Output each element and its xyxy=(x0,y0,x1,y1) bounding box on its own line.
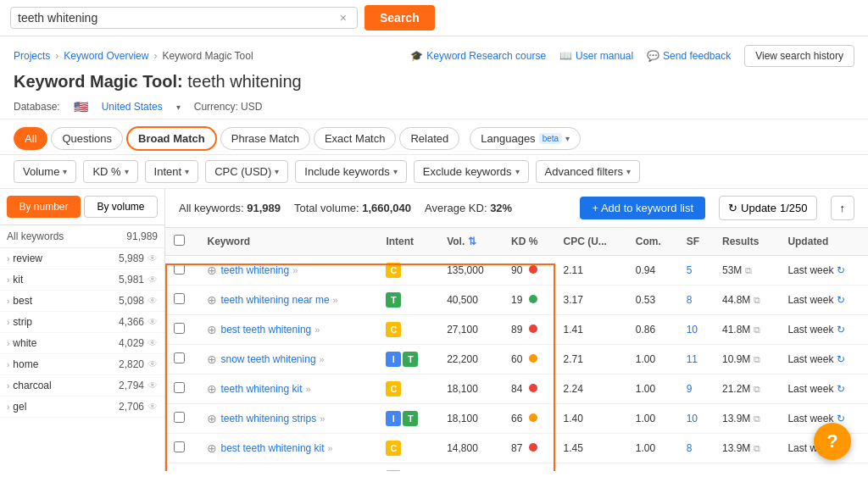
keyword-chevron-icon: » xyxy=(314,324,320,335)
export-button[interactable]: ↑ xyxy=(831,196,855,220)
col-header-9[interactable]: Updated xyxy=(779,228,868,256)
breadcrumb-keyword-overview[interactable]: Keyword Overview xyxy=(64,50,148,62)
col-header-3[interactable]: Vol. ⇅ xyxy=(438,228,503,256)
tab-phrase-match[interactable]: Phrase Match xyxy=(220,127,310,150)
col-header-8[interactable]: Results xyxy=(714,228,779,256)
add-circle-icon[interactable]: ⊕ xyxy=(207,263,217,277)
sidebar-item[interactable]: › review 5,989 👁 xyxy=(0,248,164,269)
add-circle-icon[interactable]: ⊕ xyxy=(207,323,217,336)
advanced-filters[interactable]: Advanced filters ▾ xyxy=(536,160,641,183)
add-circle-icon[interactable]: ⊕ xyxy=(207,441,217,455)
keyword-link[interactable]: ⊕ teeth whitening » xyxy=(207,263,369,277)
volume-filter[interactable]: Volume ▾ xyxy=(14,160,76,183)
col-header-2[interactable]: Intent xyxy=(377,228,438,256)
help-button[interactable]: ? xyxy=(814,423,851,460)
sidebar-item[interactable]: › home 2,820 👁 xyxy=(0,354,164,375)
user-manual-link[interactable]: 📖 User manual xyxy=(559,50,633,62)
keyword-link[interactable]: ⊕ teeth whitening near me » xyxy=(207,293,369,307)
exclude-keywords-filter[interactable]: Exclude keywords ▾ xyxy=(414,160,529,183)
results-icon: ⧉ xyxy=(754,295,760,305)
search-input[interactable] xyxy=(18,11,340,25)
row-refresh-icon[interactable]: ↻ xyxy=(837,413,845,424)
sf-link[interactable]: 8 xyxy=(687,442,693,454)
sf-link[interactable]: 8 xyxy=(687,294,693,306)
intent-filter[interactable]: Intent ▾ xyxy=(145,160,199,183)
col-header-6[interactable]: Com. xyxy=(627,228,678,256)
com-cell: 0.86 xyxy=(627,315,678,345)
add-circle-icon[interactable]: ⊕ xyxy=(207,352,217,366)
cpc-cell: 3.17 xyxy=(554,286,626,315)
update-button[interactable]: ↻ Update 1/250 xyxy=(719,196,816,220)
add-circle-icon[interactable]: ⊕ xyxy=(207,412,217,425)
tab-exact-match[interactable]: Exact Match xyxy=(314,127,397,150)
eye-icon[interactable]: 👁 xyxy=(147,380,158,391)
kd-filter[interactable]: KD % ▾ xyxy=(83,160,137,183)
add-to-keyword-list-button[interactable]: + Add to keyword list xyxy=(580,197,705,219)
send-feedback-link[interactable]: 💬 Send feedback xyxy=(647,50,731,62)
col-header-7[interactable]: SF xyxy=(678,228,714,256)
row-checkbox[interactable] xyxy=(174,382,185,393)
breadcrumb: Projects › Keyword Overview › Keyword Ma… xyxy=(14,45,854,67)
eye-icon[interactable]: 👁 xyxy=(147,252,158,264)
tab-related[interactable]: Related xyxy=(399,127,459,150)
languages-button[interactable]: Languages beta ▾ xyxy=(470,127,581,150)
sidebar-item[interactable]: › best 5,098 👁 xyxy=(0,291,164,312)
row-refresh-icon[interactable]: ↻ xyxy=(837,264,845,276)
eye-icon[interactable]: 👁 xyxy=(147,274,158,286)
eye-icon[interactable]: 👁 xyxy=(147,401,158,413)
clear-icon[interactable]: × xyxy=(340,11,347,25)
add-circle-icon[interactable]: ⊕ xyxy=(207,382,217,396)
row-checkbox[interactable] xyxy=(174,323,185,334)
include-keywords-filter[interactable]: Include keywords ▾ xyxy=(295,160,406,183)
sidebar-item[interactable]: › white 4,029 👁 xyxy=(0,333,164,354)
sidebar-item[interactable]: › charcoal 2,794 👁 xyxy=(0,375,164,397)
col-header-4[interactable]: KD % xyxy=(503,228,554,256)
row-refresh-icon[interactable]: ↻ xyxy=(837,324,845,336)
breadcrumb-sep-1: › xyxy=(55,50,58,62)
country-link[interactable]: United States xyxy=(102,101,163,113)
keyword-link[interactable]: ⊕ best teeth whitening kit » xyxy=(207,441,369,455)
sf-link[interactable]: 10 xyxy=(687,413,698,424)
keyword-link[interactable]: ⊕ snow teeth whitening » xyxy=(207,352,369,366)
search-button[interactable]: Search xyxy=(364,5,435,31)
add-circle-icon[interactable]: ⊕ xyxy=(207,293,217,307)
com-cell: 1.00 xyxy=(627,404,678,434)
by-volume-button[interactable]: By volume xyxy=(84,196,158,218)
sf-link[interactable]: 9 xyxy=(687,383,693,395)
keyword-link[interactable]: ⊕ teeth whitening kit » xyxy=(207,382,369,396)
sf-link[interactable]: 5 xyxy=(687,264,693,276)
eye-icon[interactable]: 👁 xyxy=(147,337,158,349)
row-checkbox[interactable] xyxy=(174,441,185,452)
tab-questions[interactable]: Questions xyxy=(51,127,123,150)
breadcrumb-projects[interactable]: Projects xyxy=(14,50,50,62)
sidebar-item[interactable]: › kit 5,981 👁 xyxy=(0,269,164,291)
keyword-link[interactable]: ⊕ best teeth whitening » xyxy=(207,323,369,336)
results-icon: ⧉ xyxy=(754,384,760,394)
row-checkbox[interactable] xyxy=(174,263,185,275)
eye-icon[interactable]: 👁 xyxy=(147,295,158,307)
cpc-filter[interactable]: CPC (USD) ▾ xyxy=(205,160,288,183)
row-checkbox[interactable] xyxy=(174,293,185,304)
sidebar-item[interactable]: › gel 2,706 👁 xyxy=(0,397,164,418)
tab-broad-match[interactable]: Broad Match xyxy=(126,126,217,151)
row-checkbox[interactable] xyxy=(174,412,185,423)
eye-icon[interactable]: 👁 xyxy=(147,316,158,328)
row-refresh-icon[interactable]: ↻ xyxy=(837,353,845,365)
sf-link[interactable]: 11 xyxy=(687,353,698,365)
sf-link[interactable]: 10 xyxy=(687,324,698,336)
sidebar-item[interactable]: › strip 4,366 👁 xyxy=(0,312,164,333)
view-history-button[interactable]: View search history xyxy=(744,45,854,67)
keyword-chevron-icon: » xyxy=(306,384,311,394)
row-refresh-icon[interactable]: ↻ xyxy=(837,383,845,395)
col-header-5[interactable]: CPC (U... xyxy=(554,228,626,256)
by-number-button[interactable]: By number xyxy=(7,196,81,218)
row-refresh-icon[interactable]: ↻ xyxy=(837,294,845,306)
keyword-research-course-link[interactable]: 🎓 Keyword Research course xyxy=(410,50,546,62)
eye-icon[interactable]: 👁 xyxy=(147,358,158,370)
table-row: ⊕ teeth whitening near me » T40,50019 3.… xyxy=(165,286,868,315)
tab-all[interactable]: All xyxy=(14,127,47,150)
keyword-link[interactable]: ⊕ teeth whitening strips » xyxy=(207,412,369,425)
col-header-1[interactable]: Keyword xyxy=(198,228,377,256)
row-checkbox[interactable] xyxy=(174,352,185,363)
select-all-checkbox[interactable] xyxy=(174,235,185,246)
